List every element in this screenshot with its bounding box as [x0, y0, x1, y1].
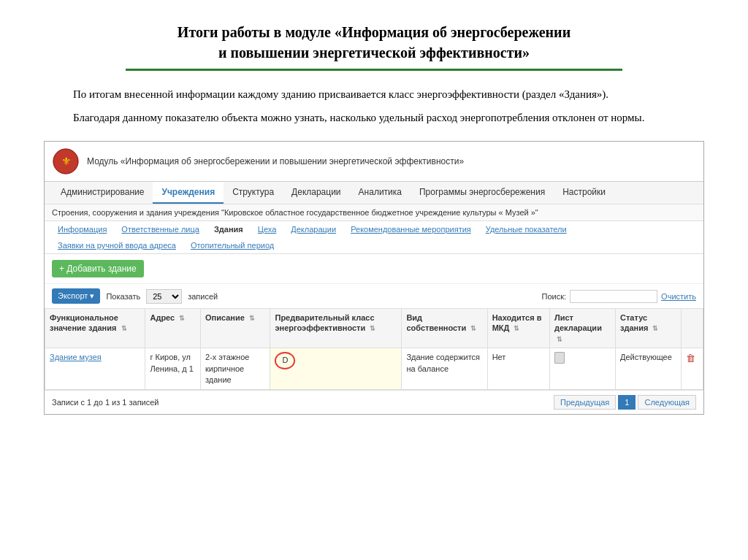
search-label: Поиск:	[542, 292, 567, 301]
nav-item-admin[interactable]: Администрирование	[52, 182, 153, 204]
nav-item-declarations[interactable]: Декларации	[283, 182, 350, 204]
paragraph-1: По итогам внесенной информации каждому з…	[44, 85, 704, 103]
cell-decl[interactable]	[549, 348, 615, 390]
page-title: Итоги работы в модуле «Информация об эне…	[44, 22, 704, 63]
prev-page-button[interactable]: Предыдущая	[554, 395, 616, 410]
sub-nav-decl[interactable]: Декларации	[285, 221, 342, 237]
col-actions	[682, 309, 703, 348]
cell-mkd: Нет	[487, 348, 549, 390]
table-controls-left: Экспорт ▾ Показать 25 50 100 записей	[52, 288, 218, 304]
screenshot-container: ⚜ Модуль «Информация об энергосбережении…	[44, 141, 704, 415]
col-mkd: Находится в МКД ⇅	[487, 309, 549, 348]
table-controls: Экспорт ▾ Показать 25 50 100 записей Пои…	[45, 284, 703, 308]
col-status: Статус здания ⇅	[616, 309, 682, 348]
nav-item-analytics[interactable]: Аналитика	[350, 182, 411, 204]
top-nav: Администрирование Учреждения Структура Д…	[45, 182, 703, 204]
energy-class-value: D	[275, 352, 295, 369]
sub-nav-heating[interactable]: Отопительный период	[185, 237, 280, 253]
col-desc: Описание ⇅	[201, 309, 270, 348]
page-1-button[interactable]: 1	[618, 395, 636, 410]
building-link[interactable]: Здание музея	[50, 353, 102, 361]
col-addr: Адрес ⇅	[145, 309, 201, 348]
nav-item-structure[interactable]: Структура	[224, 182, 283, 204]
buildings-table: Функциональное значение здания ⇅ Адрес ⇅…	[45, 308, 703, 390]
nav-item-programs[interactable]: Программы энергосбережения	[411, 182, 554, 204]
records-label: записей	[188, 292, 218, 301]
cell-energy: D	[270, 348, 402, 390]
cell-addr: г Киров, ул Ленина, д 1	[145, 348, 201, 390]
module-title-label: Модуль «Информация об энергосбережении и…	[87, 156, 464, 166]
nav-item-settings[interactable]: Настройки	[554, 182, 614, 204]
module-header: ⚜ Модуль «Информация об энергосбережении…	[45, 142, 703, 182]
show-select[interactable]: 25 50 100	[146, 289, 182, 304]
svg-text:⚜: ⚜	[61, 155, 71, 167]
delete-icon[interactable]: 🗑	[686, 353, 695, 364]
clear-button[interactable]: Очистить	[661, 292, 696, 301]
table-footer: Записи с 1 до 1 из 1 записей Предыдущая …	[45, 390, 703, 414]
emblem-icon: ⚜	[52, 147, 80, 175]
pagination: Предыдущая 1 Следующая	[554, 395, 696, 410]
cell-status: Действующее	[616, 348, 682, 390]
sub-nav-info[interactable]: Информация	[52, 221, 112, 237]
institution-bar: Строения, сооружения и здания учреждения…	[45, 204, 703, 221]
col-decl: Лист декларации ⇅	[549, 309, 615, 348]
col-func: Функциональное значение здания ⇅	[45, 309, 145, 348]
show-label: Показать	[106, 292, 140, 301]
cell-func: Здание музея	[45, 348, 145, 390]
table-controls-right: Поиск: Очистить	[542, 290, 696, 303]
nav-item-institutions[interactable]: Учреждения	[153, 182, 224, 204]
sub-nav-measures[interactable]: Рекомендованные мероприятия	[345, 221, 477, 237]
sub-nav-sep-7	[573, 221, 576, 237]
next-page-button[interactable]: Следующая	[638, 395, 696, 410]
add-building-button[interactable]: Добавить здание	[52, 260, 144, 277]
search-input[interactable]	[570, 290, 657, 303]
cell-ownership: Здание содержится на балансе	[402, 348, 487, 390]
declaration-file-icon[interactable]	[554, 352, 565, 364]
sub-nav-buildings[interactable]: Здания	[208, 221, 249, 237]
table-row: Здание музея г Киров, ул Ленина, д 1 2-х…	[45, 348, 703, 390]
records-info: Записи с 1 до 1 из 1 записей	[52, 398, 159, 407]
sub-nav-specific[interactable]: Удельные показатели	[480, 221, 573, 237]
action-bar: Добавить здание	[45, 254, 703, 284]
sub-nav-requests[interactable]: Заявки на ручной ввода адреса	[52, 237, 182, 253]
cell-desc: 2-х этажное кирпичное здание	[201, 348, 270, 390]
sub-nav-responsible[interactable]: Ответственные лица	[115, 221, 205, 237]
paragraph-2: Благодаря данному показателю объекта мож…	[44, 109, 704, 126]
col-energy: Предварительный класс энергоэффективност…	[270, 309, 402, 348]
sub-nav-workshop[interactable]: Цеха	[252, 221, 283, 237]
col-ownership: Вид собственности ⇅	[402, 309, 487, 348]
sub-nav: Информация Ответственные лица Здания Цех…	[45, 221, 703, 254]
title-underline	[126, 69, 622, 71]
cell-delete[interactable]: 🗑	[682, 348, 703, 390]
export-button[interactable]: Экспорт ▾	[52, 288, 100, 304]
